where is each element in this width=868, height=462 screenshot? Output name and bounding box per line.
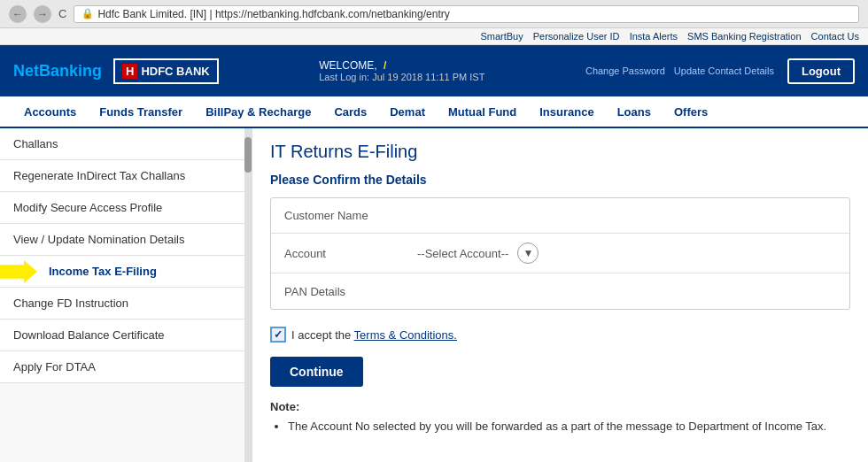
contact-us-link[interactable]: Contact Us (811, 31, 859, 42)
nav-funds-transfer[interactable]: Funds Transfer (89, 98, 193, 126)
account-select-wrapper[interactable]: --Select Account-- ▼ (417, 243, 836, 264)
refresh-button[interactable]: C (58, 7, 66, 20)
customer-name-row: Customer Name (271, 198, 849, 234)
browser-bar: ← → C 🔒 Hdfc Bank Limited. [IN] | https:… (0, 0, 868, 28)
sidebar-item-change-fd[interactable]: Change FD Instruction (0, 288, 252, 320)
note-list: The Account No selected by you will be f… (288, 419, 850, 435)
nav-loans[interactable]: Loans (607, 98, 662, 126)
terms-link[interactable]: Terms & Conditions. (354, 328, 457, 342)
sidebar-item-apply-dtaa[interactable]: Apply For DTAA (0, 351, 252, 383)
header: NetBanking H HDFC BANK WELCOME, / Last L… (0, 45, 868, 96)
account-row: Account --Select Account-- ▼ (271, 234, 849, 273)
utility-bar: SmartBuy Personalize User ID Insta Alert… (0, 28, 868, 45)
nav-offers[interactable]: Offers (663, 98, 718, 126)
update-contact-link[interactable]: Update Contact Details (674, 65, 774, 76)
nav-mutual-fund[interactable]: Mutual Fund (438, 98, 527, 126)
nav-cards[interactable]: Cards (323, 98, 377, 126)
hdfc-logo: H HDFC BANK (113, 58, 219, 84)
check-icon: ✓ (274, 328, 283, 341)
welcome-area: WELCOME, / Last Log in: Jul 19 2018 11:1… (319, 59, 484, 82)
page-title: IT Returns E-Filing (270, 142, 850, 162)
sms-banking-link[interactable]: SMS Banking Registration (687, 31, 801, 42)
nav-insurance[interactable]: Insurance (529, 98, 604, 126)
main-content: Challans Regenerate InDirect Tax Challan… (0, 128, 868, 462)
sidebar-item-view-nomination[interactable]: View / Update Nomination Details (0, 224, 252, 256)
netbanking-label: NetBanking (13, 62, 102, 81)
insta-alerts-link[interactable]: Insta Alerts (630, 31, 678, 42)
address-text: Hdfc Bank Limited. [IN] | https://netban… (97, 8, 449, 20)
lock-icon: 🔒 (81, 8, 94, 19)
change-password-link[interactable]: Change Password (585, 65, 665, 76)
user-name: / (384, 59, 386, 72)
personalize-link[interactable]: Personalize User ID (533, 31, 620, 42)
sidebar: Challans Regenerate InDirect Tax Challan… (0, 128, 252, 462)
terms-text: I accept the Terms & Conditions. (291, 328, 457, 342)
nav-billpay[interactable]: BillPay & Recharge (195, 98, 322, 126)
account-label: Account (284, 247, 417, 260)
sidebar-item-challans[interactable]: Challans (0, 128, 252, 160)
header-right: Change Password Update Contact Details L… (585, 58, 855, 84)
address-bar[interactable]: 🔒 Hdfc Bank Limited. [IN] | https://netb… (74, 5, 859, 23)
welcome-label: WELCOME, / (319, 59, 484, 72)
sidebar-item-modify-secure[interactable]: Modify Secure Access Profile (0, 192, 252, 224)
form-container: Customer Name Account --Select Account--… (270, 197, 850, 310)
terms-checkbox[interactable]: ✓ (270, 327, 286, 343)
account-select-text: --Select Account-- (417, 247, 508, 260)
logout-button[interactable]: Logout (787, 58, 855, 84)
section-title: Please Confirm the Details (270, 173, 850, 187)
sidebar-item-income-tax[interactable]: Income Tax E-Filing (0, 256, 252, 288)
forward-button[interactable]: → (34, 5, 51, 23)
account-value[interactable]: --Select Account-- ▼ (417, 243, 836, 264)
last-login: Last Log in: Jul 19 2018 11:11 PM IST (319, 72, 484, 82)
note-item-1: The Account No selected by you will be f… (288, 419, 850, 435)
back-button[interactable]: ← (9, 5, 27, 23)
nav-demat[interactable]: Demat (379, 98, 436, 126)
pan-label: PAN Details (284, 285, 417, 298)
hdfc-icon: H (122, 64, 137, 79)
right-content: IT Returns E-Filing Please Confirm the D… (252, 128, 868, 462)
logo-area: NetBanking H HDFC BANK (13, 58, 219, 84)
account-dropdown-button[interactable]: ▼ (517, 243, 539, 264)
note-title: Note: (270, 400, 850, 413)
smartbuy-link[interactable]: SmartBuy (480, 31, 523, 42)
terms-checkbox-area: ✓ I accept the Terms & Conditions. (270, 323, 850, 346)
bank-name: HDFC BANK (141, 65, 209, 78)
sidebar-item-regenerate[interactable]: Regenerate InDirect Tax Challans (0, 160, 252, 192)
header-links: Change Password Update Contact Details (585, 65, 774, 76)
continue-button[interactable]: Continue (270, 357, 363, 387)
nav-accounts[interactable]: Accounts (13, 98, 87, 126)
sidebar-item-download-balance[interactable]: Download Balance Certificate (0, 320, 252, 351)
nav-bar: Accounts Funds Transfer BillPay & Rechar… (0, 96, 868, 128)
customer-name-label: Customer Name (284, 209, 417, 222)
pan-row: PAN Details (271, 273, 849, 309)
note-area: Note: The Account No selected by you wil… (270, 400, 850, 435)
